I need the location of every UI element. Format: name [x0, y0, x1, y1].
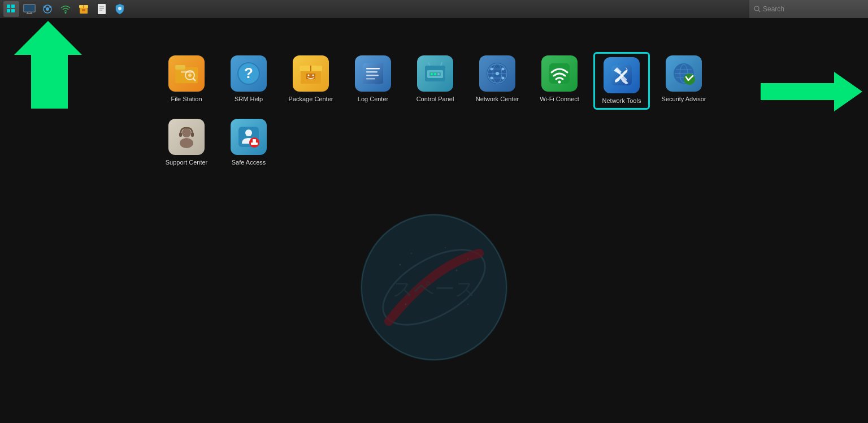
svg-point-58 — [434, 73, 436, 75]
security-advisor-icon — [666, 55, 702, 92]
wifi-connect-label: Wi-Fi Connect — [540, 95, 579, 103]
svg-point-45 — [313, 75, 314, 76]
svg-marker-29 — [14, 21, 82, 109]
taskbar-desktop-icon[interactable] — [21, 1, 37, 17]
svg-text:?: ? — [244, 64, 253, 81]
taskbar-apps-menu[interactable] — [3, 1, 19, 17]
svg-line-14 — [49, 8, 49, 8]
svg-rect-2 — [7, 9, 10, 12]
desktop: File Station ? SRM Help — [0, 18, 868, 423]
safe-access-label: Safe Access — [232, 158, 266, 166]
svg-point-68 — [502, 68, 505, 71]
network-center-icon — [479, 55, 515, 92]
background-logo: スペース — [355, 208, 513, 366]
svg-point-70 — [502, 77, 505, 80]
svg-text:✓: ✓ — [119, 8, 121, 11]
taskbar-network-center-icon[interactable] — [40, 1, 55, 17]
svg-point-99 — [445, 247, 446, 248]
control-panel-icon — [417, 55, 453, 92]
network-center-label: Network Center — [476, 95, 519, 103]
svg-rect-3 — [11, 9, 15, 12]
svg-rect-19 — [82, 9, 85, 11]
log-center-icon — [355, 55, 391, 92]
log-center-label: Log Center — [358, 95, 388, 103]
svg-line-27 — [759, 11, 761, 12]
app-control-panel[interactable]: Control Panel — [407, 52, 463, 110]
svg-rect-47 — [363, 63, 383, 84]
app-safe-access[interactable]: Safe Access — [220, 115, 277, 170]
arrow-up-left — [3, 21, 82, 111]
app-security-advisor[interactable]: Security Advisor — [656, 52, 712, 110]
app-grid: File Station ? SRM Help — [158, 52, 723, 170]
app-srm-help[interactable]: ? SRM Help — [220, 52, 277, 110]
svg-rect-1 — [11, 5, 15, 8]
svg-rect-90 — [251, 143, 258, 145]
file-station-label: File Station — [171, 95, 202, 103]
svg-point-66 — [496, 72, 499, 75]
svg-point-15 — [65, 12, 67, 14]
support-center-icon — [168, 119, 205, 155]
svg-rect-32 — [175, 65, 185, 70]
svg-marker-30 — [761, 72, 862, 111]
taskbar-security-icon[interactable]: ✓ — [112, 1, 128, 17]
package-center-icon — [293, 55, 329, 92]
app-wifi-connect[interactable]: Wi-Fi Connect — [531, 52, 588, 110]
svg-rect-50 — [366, 75, 379, 76]
svg-point-69 — [491, 77, 493, 80]
svg-line-55 — [428, 62, 429, 66]
search-box[interactable] — [749, 0, 868, 18]
svg-point-57 — [431, 73, 433, 75]
svg-rect-5 — [24, 5, 35, 12]
srm-help-label: SRM Help — [235, 95, 263, 103]
svg-rect-20 — [98, 4, 106, 14]
svg-point-83 — [180, 138, 193, 148]
security-advisor-label: Security Advisor — [662, 95, 706, 103]
taskbar-todo-icon[interactable] — [94, 1, 110, 17]
svg-point-11 — [44, 6, 46, 8]
package-center-label: Package Center — [289, 95, 333, 103]
safe-access-icon — [231, 119, 267, 155]
arrow-right — [761, 72, 862, 111]
svg-point-82 — [182, 128, 191, 137]
support-center-label: Support Center — [166, 158, 208, 166]
svg-rect-49 — [366, 71, 377, 73]
svg-point-101 — [467, 304, 468, 305]
svg-line-13 — [46, 8, 46, 8]
svg-point-100 — [405, 304, 407, 305]
svg-rect-48 — [366, 68, 380, 70]
taskbar: ✓ — [0, 0, 868, 18]
network-tools-icon — [604, 57, 640, 93]
app-file-station[interactable]: File Station — [158, 52, 215, 110]
svg-point-12 — [49, 6, 51, 8]
svg-point-95 — [400, 264, 401, 266]
svg-text:スペース: スペース — [393, 278, 476, 300]
file-station-icon — [168, 55, 205, 92]
app-network-tools[interactable]: Network Tools — [593, 52, 650, 110]
svg-point-44 — [308, 75, 310, 76]
app-network-center[interactable]: Network Center — [469, 52, 526, 110]
svg-point-67 — [491, 68, 493, 71]
wifi-connect-icon — [541, 55, 578, 92]
taskbar-wifi-icon[interactable] — [58, 1, 73, 17]
svg-rect-51 — [366, 78, 375, 80]
svg-point-72 — [558, 81, 561, 84]
svg-line-56 — [441, 62, 442, 66]
svg-point-26 — [754, 6, 759, 11]
app-log-center[interactable]: Log Center — [345, 52, 401, 110]
control-panel-label: Control Panel — [416, 95, 454, 103]
app-support-center[interactable]: Support Center — [158, 115, 215, 170]
svg-rect-84 — [179, 132, 182, 137]
svg-point-96 — [411, 253, 412, 254]
svg-rect-85 — [191, 132, 194, 137]
search-input[interactable] — [763, 5, 863, 13]
svg-point-59 — [437, 73, 440, 75]
svg-point-98 — [467, 258, 468, 260]
svg-point-97 — [456, 270, 458, 271]
app-package-center[interactable]: Package Center — [283, 52, 339, 110]
svg-point-87 — [245, 130, 252, 136]
network-tools-label: Network Tools — [602, 97, 641, 105]
svg-rect-0 — [7, 5, 10, 8]
taskbar-package-icon[interactable] — [76, 1, 92, 17]
svg-point-35 — [188, 74, 192, 77]
srm-help-icon: ? — [231, 55, 267, 92]
